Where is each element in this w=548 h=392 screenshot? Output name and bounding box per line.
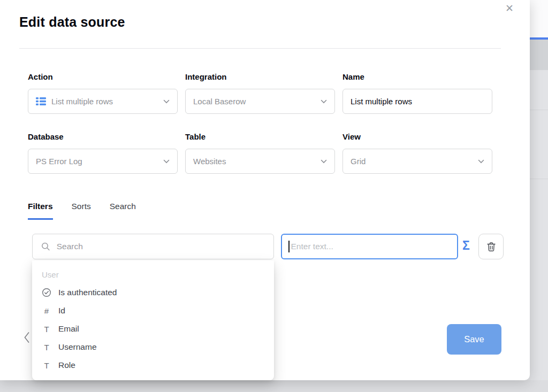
filter-tabs: Filters Sorts Search (28, 202, 136, 220)
action-field: Action List multiple rows (28, 72, 178, 114)
trash-icon (486, 242, 496, 252)
background-body (529, 70, 548, 392)
save-button[interactable]: Save (447, 324, 501, 355)
background-row-line (529, 110, 548, 110)
tab-filters[interactable]: Filters (28, 202, 53, 220)
dropdown-item-email[interactable]: T Email (42, 320, 264, 338)
dropdown-item-label: Email (58, 324, 79, 334)
chevron-left-icon[interactable] (24, 332, 30, 345)
filter-value-input[interactable]: Enter text... (281, 234, 458, 259)
chevron-down-icon (321, 159, 327, 164)
name-input[interactable] (351, 97, 484, 106)
field-picker-dropdown: User Is authenticated # Id T (32, 234, 274, 380)
dropdown-item-id[interactable]: # Id (42, 302, 264, 320)
check-circle-icon (42, 288, 51, 297)
dropdown-item-label: Is authenticated (58, 288, 117, 297)
dropdown-item-is-authenticated[interactable]: Is authenticated (42, 283, 264, 302)
text-field-icon: T (42, 361, 51, 370)
database-dropdown[interactable]: PS Error Log (28, 149, 178, 174)
search-icon (41, 242, 50, 251)
dropdown-item-role[interactable]: T Role (42, 356, 264, 374)
text-caret (288, 241, 290, 252)
tab-search[interactable]: Search (110, 202, 136, 220)
filter-value-placeholder: Enter text... (291, 242, 333, 251)
action-dropdown[interactable]: List multiple rows (28, 89, 178, 114)
background-page-strip (529, 0, 548, 37)
background-header-band (529, 40, 548, 70)
close-icon[interactable]: ✕ (501, 0, 518, 16)
hash-icon: # (42, 306, 51, 316)
view-field: View Grid (342, 132, 492, 174)
table-field: Table Websites (185, 132, 335, 174)
list-rows-icon (36, 97, 46, 105)
chevron-down-icon (163, 159, 170, 164)
table-value: Websites (193, 157, 226, 166)
integration-field: Integration Local Baserow (185, 72, 335, 114)
integration-value: Local Baserow (193, 97, 246, 106)
formula-sigma-icon[interactable]: Σ (462, 239, 470, 253)
background-row-line (529, 179, 548, 179)
edit-data-source-modal: Edit data source ✕ Action List multiple … (0, 0, 530, 380)
dropdown-panel: User Is authenticated # Id T (32, 260, 274, 380)
table-dropdown[interactable]: Websites (185, 149, 335, 174)
integration-label: Integration (185, 72, 335, 81)
action-value: List multiple rows (51, 97, 113, 106)
dropdown-search-input[interactable] (57, 242, 265, 251)
integration-dropdown[interactable]: Local Baserow (185, 89, 335, 114)
database-value: PS Error Log (36, 157, 82, 166)
name-input-wrap (342, 89, 492, 114)
name-label: Name (342, 72, 492, 81)
action-label: Action (28, 72, 178, 81)
dropdown-item-label: Id (58, 306, 65, 316)
background-bottom-bar (0, 380, 548, 392)
tab-sorts[interactable]: Sorts (72, 202, 91, 220)
chevron-down-icon (478, 159, 484, 164)
text-field-icon: T (42, 343, 51, 352)
table-label: Table (185, 132, 335, 141)
screen: Edit data source ✕ Action List multiple … (0, 0, 548, 392)
dropdown-item-label: Username (58, 342, 97, 352)
dropdown-search-box[interactable] (32, 234, 274, 259)
view-label: View (342, 132, 492, 141)
view-dropdown[interactable]: Grid (342, 149, 492, 174)
dropdown-group-label: User (42, 270, 264, 279)
dropdown-item-label: Role (58, 360, 75, 370)
dropdown-item-username[interactable]: T Username (42, 338, 264, 356)
page-title: Edit data source (19, 14, 125, 30)
view-value: Grid (351, 157, 366, 166)
database-label: Database (28, 132, 178, 141)
text-field-icon: T (42, 325, 51, 334)
delete-filter-button[interactable] (478, 234, 504, 259)
chevron-down-icon (163, 99, 170, 104)
name-field: Name (342, 72, 492, 114)
database-field: Database PS Error Log (28, 132, 178, 174)
chevron-down-icon (321, 99, 327, 104)
title-divider (19, 48, 501, 49)
